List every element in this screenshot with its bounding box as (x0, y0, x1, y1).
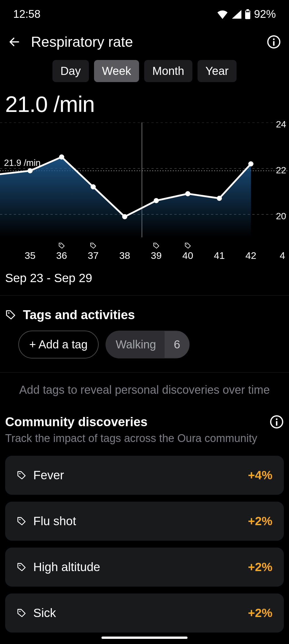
battery-percent: 92% (254, 8, 276, 20)
svg-point-23 (8, 312, 9, 314)
tag-icon (17, 608, 26, 618)
tab-year[interactable]: Year (198, 60, 237, 82)
add-tag-button[interactable]: + Add a tag (18, 331, 99, 358)
tag-mark-icon (184, 242, 191, 249)
svg-point-27 (19, 473, 20, 474)
info-icon (267, 35, 281, 49)
card-label: Flu shot (33, 514, 241, 528)
y-tick-20: 20 (276, 211, 286, 222)
signal-icon (231, 10, 241, 19)
x-tick: 35 (25, 240, 36, 261)
svg-point-21 (155, 244, 155, 245)
page-title: Respiratory rate (31, 34, 256, 50)
card-label: High altitude (33, 560, 241, 574)
tag-mark-icon (90, 242, 97, 249)
tags-title: Tags and activities (23, 308, 135, 322)
chart[interactable]: 24 22 20 21.9 /min (0, 123, 289, 237)
discoveries-header: Community discoveries Track the impact o… (0, 414, 289, 448)
svg-rect-5 (273, 41, 275, 46)
discoveries-info-button[interactable] (270, 415, 284, 430)
card-label: Sick (33, 606, 241, 620)
tab-month[interactable]: Month (144, 60, 192, 82)
chip-count: 6 (165, 331, 189, 358)
range-tabs: Day Week Month Year (0, 57, 289, 89)
x-tick: 37 (88, 240, 99, 261)
y-tick-22: 22 (276, 165, 286, 176)
chip-label: Walking (106, 331, 165, 358)
info-icon (270, 415, 284, 429)
metric-unit: /min (53, 92, 94, 117)
tag-icon (17, 562, 26, 572)
info-button[interactable] (267, 35, 281, 49)
svg-point-19 (60, 244, 61, 245)
card-value: +2% (248, 606, 272, 620)
chart-svg (0, 123, 289, 237)
x-tick: 38 (119, 240, 130, 261)
svg-point-29 (19, 565, 20, 566)
x-tick-partial: 4 (280, 240, 285, 261)
tags-header: Tags and activities (0, 296, 289, 331)
battery-icon (244, 9, 251, 20)
svg-point-25 (276, 418, 278, 420)
svg-point-14 (122, 214, 127, 219)
discovery-card[interactable]: High altitude +2% (5, 548, 284, 587)
tags-hint: Add tags to reveal personal discoveries … (0, 372, 289, 414)
x-tick: 41 (214, 240, 225, 261)
app-header: Respiratory rate (0, 23, 289, 57)
x-tick: 36 (56, 240, 67, 261)
svg-point-22 (186, 244, 187, 245)
metric-number: 21.0 (5, 92, 48, 117)
discoveries-title: Community discoveries (5, 415, 266, 429)
svg-point-11 (28, 168, 33, 173)
tab-week[interactable]: Week (94, 60, 139, 82)
discovery-card[interactable]: Fever +4% (5, 456, 284, 495)
tag-mark-icon (153, 242, 160, 249)
svg-point-16 (185, 191, 190, 196)
card-value: +4% (248, 468, 272, 482)
card-value: +2% (248, 514, 272, 528)
tag-row: + Add a tag Walking 6 (0, 331, 289, 372)
svg-point-12 (59, 154, 64, 160)
svg-point-17 (217, 196, 222, 201)
svg-point-20 (91, 244, 92, 245)
svg-point-18 (248, 161, 253, 166)
average-label: 21.9 /min (4, 158, 41, 168)
discovery-cards: Fever +4% Flu shot +2% High altitude +2%… (0, 448, 289, 633)
x-tick: 40 (182, 240, 193, 261)
date-range: Sep 23 - Sep 29 (0, 263, 289, 295)
arrow-left-icon (8, 36, 21, 48)
back-button[interactable] (8, 36, 21, 48)
metric-value: 21.0 /min (0, 89, 289, 123)
tag-icon (5, 309, 16, 320)
svg-point-4 (273, 38, 275, 40)
add-tag-label: + Add a tag (29, 338, 88, 351)
card-label: Fever (33, 468, 241, 482)
svg-point-28 (19, 519, 20, 520)
home-indicator[interactable] (101, 637, 188, 639)
tag-icon (17, 470, 26, 480)
x-tick: 42 (245, 240, 256, 261)
discoveries-subtitle: Track the impact of tags across the Oura… (5, 431, 266, 445)
card-value: +2% (248, 560, 272, 574)
status-right: 92% (217, 8, 276, 20)
status-bar: 12:58 92% (0, 0, 289, 23)
svg-rect-2 (246, 11, 250, 12)
wifi-icon (217, 10, 228, 19)
tag-icon (17, 516, 26, 526)
tag-mark-icon (58, 242, 65, 249)
svg-point-15 (154, 198, 159, 203)
svg-point-13 (91, 184, 96, 189)
svg-rect-26 (276, 421, 278, 426)
svg-rect-1 (246, 9, 249, 11)
x-tick: 39 (151, 240, 162, 261)
status-time: 12:58 (13, 8, 40, 20)
tab-day[interactable]: Day (52, 60, 89, 82)
x-axis: 35 36 37 38 39 40 41 42 4 (0, 237, 289, 263)
tag-chip-walking[interactable]: Walking 6 (106, 331, 190, 358)
discovery-card[interactable]: Flu shot +2% (5, 502, 284, 541)
y-tick-24: 24 (276, 119, 286, 130)
svg-point-30 (19, 611, 20, 612)
discovery-card[interactable]: Sick +2% (5, 593, 284, 633)
